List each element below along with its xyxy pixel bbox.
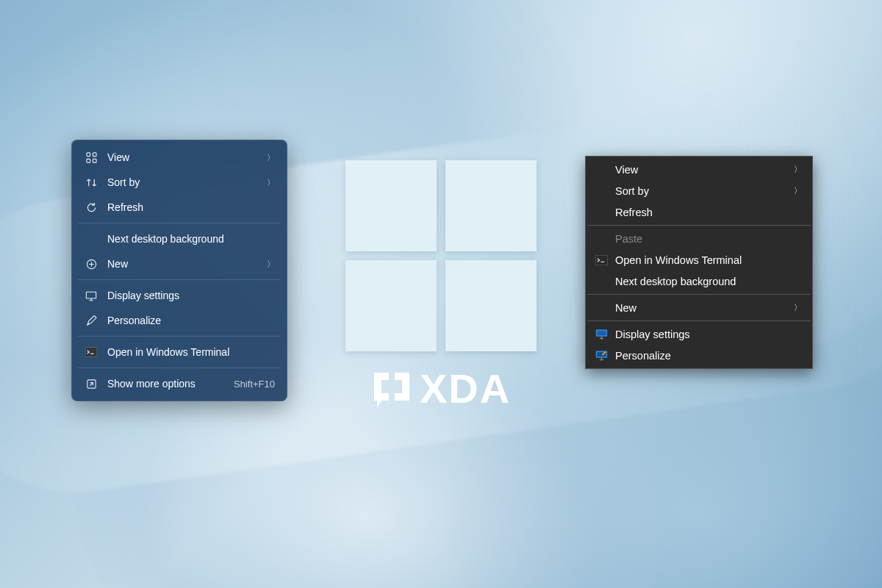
win11-context-menu: View 〉 Sort by 〉 Refresh Next desktop ba… [71,140,287,401]
windows-logo-icon [345,160,537,351]
expand-icon [84,379,98,390]
menu-shortcut: Shift+F10 [234,379,275,390]
svg-rect-6 [85,347,97,356]
menu-label: Show more options [107,378,228,390]
menu-label: Open in Windows Terminal [615,254,802,266]
win10-context-menu: View 〉 Sort by 〉 Refresh Paste Open in W… [585,156,813,369]
menu-label: Display settings [615,329,802,340]
grid-icon [84,152,98,163]
menu-label: Next desktop background [615,276,802,287]
menu-sort-by[interactable]: Sort by 〉 [587,180,811,201]
chevron-right-icon: 〉 [267,259,275,270]
menu-label: Next desktop background [107,233,275,245]
xda-bracket-icon [371,370,412,408]
menu-separator [78,336,281,337]
personalize-icon [84,315,98,326]
menu-next-background[interactable]: Next desktop background [587,270,811,292]
menu-open-terminal[interactable]: Open in Windows Terminal [587,249,811,270]
menu-personalize[interactable]: Personalize [587,345,811,366]
center-logo-block: XDA [345,160,537,412]
menu-separator [78,279,281,280]
menu-separator [587,294,811,295]
menu-label: Personalize [615,350,802,362]
menu-view[interactable]: View 〉 [76,145,282,170]
menu-label: Personalize [107,315,275,326]
svg-rect-2 [86,159,90,162]
menu-separator [587,225,811,226]
svg-rect-1 [93,152,96,156]
menu-display-settings[interactable]: Display settings [587,323,811,345]
menu-separator [78,368,281,368]
svg-rect-10 [597,331,606,336]
menu-new[interactable]: New 〉 [587,297,811,318]
chevron-right-icon: 〉 [267,152,275,163]
menu-label: Refresh [615,207,802,218]
menu-label: View [107,151,261,163]
xda-logo: XDA [371,365,511,412]
menu-separator [587,320,811,321]
svg-rect-8 [595,255,608,265]
menu-next-background[interactable]: Next desktop background [76,226,282,251]
chevron-right-icon: 〉 [267,177,275,188]
menu-view[interactable]: View 〉 [587,159,811,180]
menu-new[interactable]: New 〉 [76,251,282,276]
plus-circle-icon [84,259,98,270]
personalize-color-icon [593,350,609,361]
menu-label: New [107,258,261,270]
chevron-right-icon: 〉 [794,302,802,313]
refresh-icon [84,202,98,213]
menu-separator [78,223,281,223]
menu-label: View [615,164,794,176]
display-icon [84,290,98,301]
menu-refresh[interactable]: Refresh [76,195,282,220]
menu-sort-by[interactable]: Sort by 〉 [76,170,282,195]
menu-show-more-options[interactable]: Show more options Shift+F10 [76,371,282,396]
menu-label: Display settings [107,290,275,301]
menu-label: New [615,302,794,314]
chevron-right-icon: 〉 [794,164,802,175]
menu-display-settings[interactable]: Display settings [76,283,282,308]
svg-rect-3 [93,159,96,162]
menu-label: Open in Windows Terminal [107,346,275,358]
menu-refresh[interactable]: Refresh [587,201,811,223]
menu-personalize[interactable]: Personalize [76,308,282,333]
menu-label: Sort by [615,185,794,197]
menu-label: Sort by [107,176,261,188]
display-color-icon [593,329,609,340]
sort-icon [84,177,98,188]
svg-rect-5 [86,292,96,298]
menu-label: Paste [615,233,802,245]
menu-paste: Paste [587,228,811,249]
svg-rect-0 [86,152,90,156]
terminal-icon [593,255,609,265]
xda-text: XDA [420,365,511,412]
menu-open-terminal[interactable]: Open in Windows Terminal [76,340,282,365]
chevron-right-icon: 〉 [794,185,802,196]
menu-label: Refresh [107,201,275,213]
terminal-icon [84,347,98,357]
